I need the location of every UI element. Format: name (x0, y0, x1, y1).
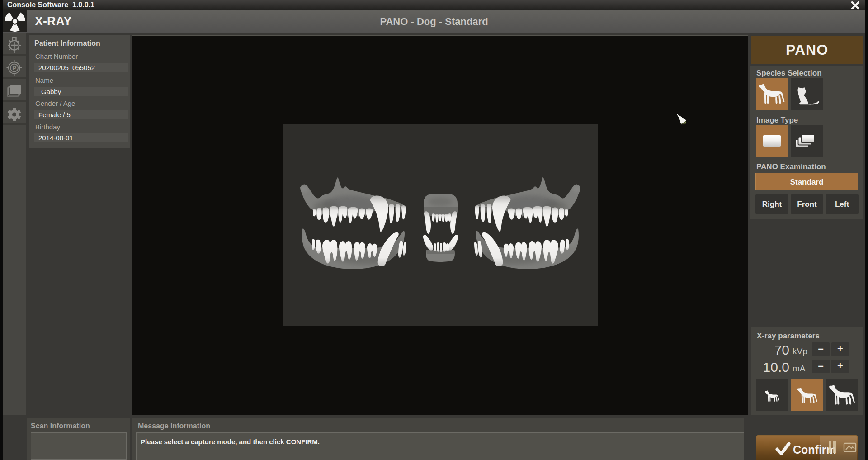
svg-text:P: P (12, 65, 16, 71)
